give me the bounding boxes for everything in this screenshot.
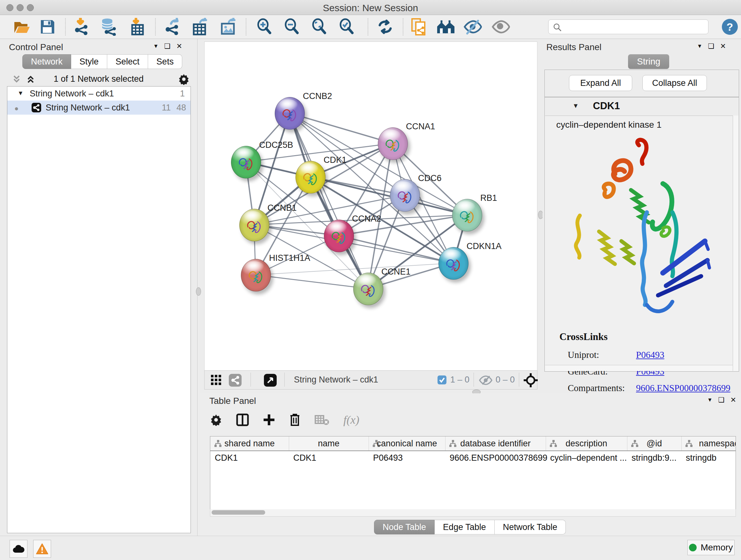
import-table-icon[interactable] [128,17,147,36]
node-CCNB1[interactable] [239,209,269,241]
node-table[interactable]: shared namenamecanonical namedatabase id… [210,436,736,509]
clone-network-icon[interactable] [410,17,428,36]
import-network-database-icon[interactable] [99,17,118,36]
selected-checkbox-icon[interactable] [437,375,447,384]
panel-menu-icon[interactable]: ▼ [697,43,702,50]
table-cell[interactable]: 9606.ENSP00000378699 [450,453,547,463]
edge-CCNB2-CCNA1[interactable] [289,113,393,143]
node-CCNE1[interactable] [353,273,383,305]
refresh-icon[interactable] [376,17,394,36]
panel-close-icon[interactable]: ✕ [720,43,726,50]
network-collection-row[interactable]: ▼ String Network – cdk1 1 [7,86,191,101]
protein-structure-thumbnail [246,217,263,236]
detach-view-icon[interactable] [264,374,277,387]
tab-network[interactable]: Network [22,54,71,69]
results-horizontal-scrollbar[interactable] [545,365,733,371]
table-options-gear-icon[interactable] [210,414,222,426]
open-session-icon[interactable] [13,17,31,36]
collapse-all-button[interactable]: Collapse All [643,75,707,91]
show-all-eye-icon[interactable] [491,17,510,36]
tab-node-table[interactable]: Node Table [374,520,434,535]
export-image-icon[interactable] [219,17,238,36]
table-cell[interactable]: stringdb:9... [631,453,677,463]
create-column-icon[interactable] [263,414,275,426]
table-cell[interactable]: CDK1 [215,453,238,463]
node-CCNB2[interactable] [275,97,305,130]
column-header-database-identifier[interactable]: database identifier [445,436,546,450]
column-header-name[interactable]: name [289,436,369,450]
grid-view-icon[interactable] [211,375,222,386]
splitter-handle-left[interactable] [196,287,201,296]
zoom-fit-icon[interactable] [310,17,329,36]
delete-column-icon[interactable] [289,413,300,427]
column-header-namespace[interactable]: namespace [681,436,736,450]
table-horizontal-scrollbar[interactable] [210,509,736,516]
node-CDK1[interactable] [295,161,326,193]
node-CDKN1A[interactable] [439,247,468,280]
edge-HIST1H1A-CCNE1[interactable] [256,275,368,289]
export-table-icon[interactable] [191,17,209,36]
panel-float-icon[interactable]: ❏ [718,396,725,403]
hide-selected-eye-icon[interactable] [463,17,482,36]
tab-string[interactable]: String [628,54,669,69]
table-cell[interactable]: CDK1 [293,453,316,463]
cloud-button[interactable] [10,540,27,558]
node-CCNA1[interactable] [378,127,408,160]
crosslink-label: Uniprot: [568,350,636,360]
birds-eye-icon[interactable] [524,373,538,387]
panel-float-icon[interactable]: ❏ [708,43,715,50]
help-icon[interactable]: ? [722,19,738,35]
table-cell[interactable]: P06493 [373,453,403,463]
column-label: database identifier [445,439,546,449]
column-header-shared-name[interactable]: shared name [210,436,289,450]
zoom-in-icon[interactable] [255,17,274,36]
node-label-CDC25B: CDC25B [259,140,293,150]
network-overview-icon[interactable] [229,374,242,387]
section-collapse-icon[interactable]: ▼ [572,102,579,110]
panel-menu-icon[interactable]: ▼ [153,43,158,50]
panel-menu-icon[interactable]: ▼ [707,396,713,403]
warnings-button[interactable] [33,540,51,558]
node-HIST1H1A[interactable] [241,259,271,292]
results-vertical-scrollbar[interactable] [733,116,738,371]
zoom-out-icon[interactable] [283,17,301,36]
node-section-header[interactable]: ▼ CDK1 [545,98,738,116]
panel-float-icon[interactable]: ❏ [164,43,171,50]
import-network-file-icon[interactable] [72,17,91,36]
tab-sets[interactable]: Sets [148,54,182,69]
memory-button[interactable]: Memory [687,540,735,555]
column-header-canonical-name[interactable]: canonical name [368,436,446,450]
network-node-count: 11 [162,103,171,113]
table-cell[interactable]: cyclin–dependent ... [550,453,627,463]
tab-network-table[interactable]: Network Table [495,520,566,535]
tab-edge-table[interactable]: Edge Table [434,520,495,535]
node-CDC25B[interactable] [231,146,261,179]
panel-close-icon[interactable]: ✕ [731,396,736,403]
network-canvas[interactable]: CCNB2CCNA1CDC25BCDK1CDC6RB1CCNB1CCNA2CDK… [204,42,537,371]
node-CCNA2[interactable] [324,220,354,252]
table-panel-title: Table Panel [209,396,256,406]
scrollbar-thumb[interactable] [212,510,265,515]
gear-icon[interactable] [178,73,190,85]
column-header--id[interactable]: @id [627,436,682,450]
save-session-icon[interactable] [38,17,57,36]
expand-all-button[interactable]: Expand All [569,75,632,91]
node-RB1[interactable] [452,199,482,232]
search-field[interactable] [548,19,709,34]
home-icon[interactable] [436,17,455,36]
export-network-icon[interactable] [163,17,182,36]
tab-style[interactable]: Style [71,54,107,69]
crosslink-link[interactable]: 9606.ENSP00000378699 [636,383,731,393]
search-input[interactable] [565,21,704,32]
column-header-description[interactable]: description [546,436,627,450]
show-columns-icon[interactable] [236,414,249,426]
network-row[interactable]: ● String Network – cdk1 11 48 [7,101,191,115]
panel-close-icon[interactable]: ✕ [177,43,182,50]
node-CDC6[interactable] [390,179,420,212]
crosslink-link[interactable]: P06493 [636,350,664,360]
status-bar: Memory [0,536,741,560]
tab-select[interactable]: Select [107,54,148,69]
table-cell[interactable]: stringdb [686,453,717,463]
collection-expand-icon[interactable]: ▼ [17,90,23,97]
zoom-selected-icon[interactable] [338,17,356,36]
